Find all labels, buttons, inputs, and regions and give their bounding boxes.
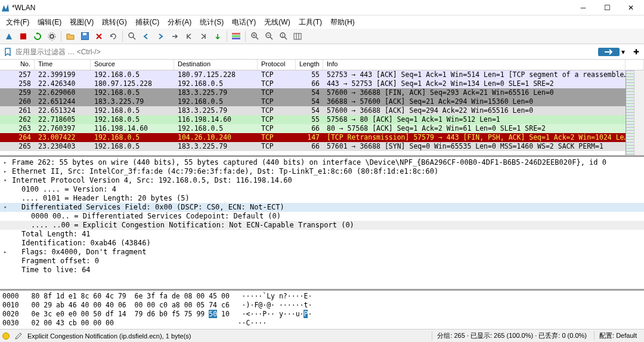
restart-icon [33,32,42,41]
packet-row[interactable]: 25722.399199192.168.0.5180.97.125.228TCP… [0,70,626,79]
folder-icon [66,33,75,40]
save-button[interactable] [78,30,91,43]
packet-row[interactable]: 26122.651324192.168.0.5183.3.225.79TCP54… [0,106,626,115]
menu-edit[interactable]: 编辑(E) [34,16,65,29]
ip-version[interactable]: 0100 .... = Version: 4 [0,185,644,194]
restart-capture-button[interactable] [31,30,44,43]
display-filter-input[interactable] [13,47,598,57]
col-protocol[interactable]: Protocol [258,60,296,70]
menu-statistics[interactable]: 统计(S) [196,16,227,29]
shark-fin-icon [5,32,13,41]
packet-details[interactable]: Frame 262: 55 bytes on wire (440 bits), … [0,155,644,289]
expert-info-icon[interactable] [2,332,10,340]
menu-analyze[interactable]: 分析(A) [164,16,195,29]
svg-line-13 [270,37,273,39]
close-file-button[interactable] [92,30,106,43]
stop-icon [20,33,27,40]
title-bar: *WLAN ─ ☐ ✕ [0,0,644,16]
prev-button[interactable] [140,30,153,43]
first-button[interactable] [182,30,196,43]
stop-capture-button[interactable] [17,30,30,43]
status-bar: Explicit Congestion Notification (ip.dsf… [0,329,644,342]
capture-options-button[interactable] [45,30,58,43]
columns-icon [293,33,302,40]
col-destination[interactable]: Destination [174,60,258,70]
frame-node[interactable]: Frame 262: 55 bytes on wire (440 bits), … [0,158,644,167]
open-button[interactable] [64,30,77,43]
menu-view[interactable]: 视图(V) [66,16,97,29]
svg-rect-8 [232,35,240,37]
colorize-button[interactable] [230,30,243,43]
svg-rect-9 [232,38,240,39]
go-last-icon [200,33,207,40]
packet-row[interactable]: 26423.007422192.168.0.5104.26.10.240TCP1… [0,133,626,142]
colorize-icon [232,33,240,40]
menu-help[interactable]: 帮助(H) [327,16,358,29]
goto-button[interactable] [168,30,181,43]
gear-icon [48,32,56,41]
packet-list-header: No. Time Source Destination Protocol Len… [0,60,644,70]
start-capture-button[interactable] [2,30,16,43]
ip-node[interactable]: Internet Protocol Version 4, Src: 192.16… [0,176,644,185]
svg-line-6 [133,37,135,39]
ip-ttl[interactable]: Time to live: 64 [0,266,644,275]
ip-identification[interactable]: Identification: 0xab46 (43846) [0,239,644,248]
packet-row[interactable]: 25822.426340180.97.125.228192.168.0.5TCP… [0,79,626,88]
packet-row[interactable]: 26022.651244183.3.225.79192.168.0.5TCP54… [0,97,626,106]
status-profile[interactable]: 配置: Default [594,331,642,340]
menu-wireless[interactable]: 无线(W) [261,16,293,29]
packet-list: No. Time Source Destination Protocol Len… [0,60,644,155]
ip-header-length[interactable]: .... 0101 = Header Length: 20 bytes (5) [0,194,644,203]
menu-capture[interactable]: 捕获(C) [132,16,163,29]
menu-tools[interactable]: 工具(T) [295,16,326,29]
close-button[interactable]: ✕ [619,0,643,16]
packet-row[interactable]: 26222.718605192.168.0.5116.198.14.60TCP5… [0,115,626,124]
ip-dscp[interactable]: 0000 00.. = Differentiated Services Code… [0,212,644,221]
find-button[interactable] [125,30,138,43]
bookmark-icon[interactable] [2,47,13,57]
menu-file[interactable]: 文件(F) [2,16,33,29]
filter-dropdown[interactable]: ▾ [621,48,628,56]
arrow-right-icon [157,33,164,40]
resize-cols-button[interactable] [291,30,304,43]
autoscroll-icon [214,33,221,40]
autoscroll-button[interactable] [211,30,224,43]
apply-filter-button[interactable] [598,48,620,56]
col-no[interactable]: No. [0,60,35,70]
reload-button[interactable] [107,30,120,43]
add-filter-button[interactable]: ✚ [631,48,642,56]
ip-dsfield[interactable]: Differentiated Services Field: 0x00 (DSC… [0,203,644,212]
ip-flags[interactable]: Flags: 0x4000, Don't fragment [0,248,644,257]
col-time[interactable]: Time [35,60,91,70]
ethernet-node[interactable]: Ethernet II, Src: IntelCor_3f:fa:de (4c:… [0,167,644,176]
minimize-button[interactable]: ─ [571,0,595,16]
ip-frag-offset[interactable]: Fragment offset: 0 [0,257,644,266]
menu-go[interactable]: 跳转(G) [98,16,130,29]
packet-scrollbar[interactable] [634,70,644,155]
menu-telephony[interactable]: 电话(Y) [228,16,259,29]
zoom-in-button[interactable] [248,30,261,43]
go-first-icon [185,33,193,40]
arrow-left-icon [143,33,150,40]
menu-bar: 文件(F) 编辑(E) 视图(V) 跳转(G) 捕获(C) 分析(A) 统计(S… [0,16,644,29]
packet-row[interactable]: 25922.629060192.168.0.5183.3.225.79TCP54… [0,88,626,97]
x-icon [95,33,103,40]
packet-minimap[interactable] [626,70,634,155]
packet-row[interactable]: 26523.230403192.168.0.5183.3.225.79TCP66… [0,142,626,151]
zoom-out-button[interactable] [262,30,275,43]
svg-rect-17 [294,33,301,39]
col-source[interactable]: Source [91,60,174,70]
svg-rect-7 [232,33,240,35]
last-button[interactable] [197,30,210,43]
svg-point-2 [48,33,55,40]
maximize-button[interactable]: ☐ [595,0,619,16]
edit-icon[interactable] [14,332,23,340]
hex-view[interactable]: 0000 80 8f 1d e1 8c 60 4c 79 6e 3f fa de… [0,289,644,329]
col-length[interactable]: Length [296,60,323,70]
next-button[interactable] [154,30,167,43]
ip-ecn[interactable]: .... ..00 = Explicit Congestion Notifica… [0,221,644,230]
zoom-reset-button[interactable]: 1 [277,30,290,43]
col-info[interactable]: Info [323,60,626,70]
packet-row[interactable]: 26322.760397116.198.14.60192.168.0.5TCP6… [0,124,626,133]
ip-total-length[interactable]: Total Length: 41 [0,230,644,239]
